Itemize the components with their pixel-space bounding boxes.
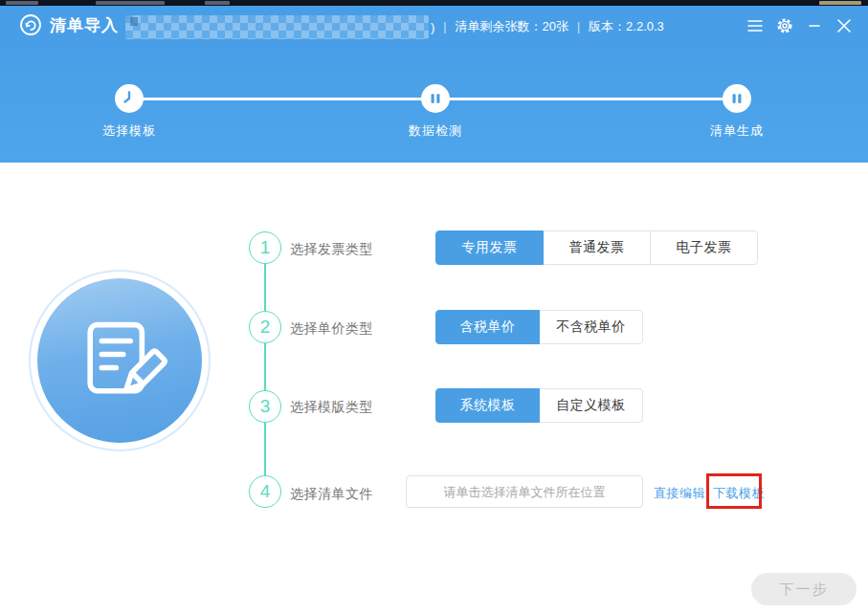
option-custom-template[interactable]: 自定义模板 [539, 388, 643, 423]
document-pencil-icon [66, 307, 173, 414]
step-number-1: 1 [249, 231, 281, 264]
background-text-fragment [96, 1, 165, 5]
stepper-step-2-pause-icon [421, 84, 450, 113]
stepper-step-1-clock-icon [115, 84, 144, 113]
option-tax-included-price[interactable]: 含税单价 [435, 310, 540, 344]
stepper-label-data-check: 数据检测 [378, 122, 493, 140]
app-title: 清单导入 [50, 14, 119, 36]
app-logo-refresh-icon [19, 13, 42, 36]
stepper-label-select-template: 选择模板 [72, 122, 187, 140]
download-template-link[interactable]: 下载模板 [713, 485, 765, 502]
list-file-input[interactable] [406, 475, 643, 508]
separator: | [443, 20, 446, 33]
step-number-3: 3 [249, 390, 281, 423]
option-tax-excluded-price[interactable]: 不含税单价 [539, 310, 643, 344]
background-text-fragment [205, 1, 230, 5]
step-connector [264, 264, 266, 311]
template-type-options: 系统模板 自定义模板 [435, 388, 643, 423]
step-number-4: 4 [249, 475, 281, 508]
option-system-template[interactable]: 系统模板 [435, 388, 540, 423]
background-text-fragment [819, 1, 861, 5]
option-electronic-invoice[interactable]: 电子发票 [650, 230, 758, 265]
direct-edit-link[interactable]: 直接编辑 [654, 485, 705, 502]
titlebar: 清单导入 ) | 清单剩余张数：20张 | 版本：2.2.0.3 [0, 6, 868, 44]
invoice-type-label: 选择发票类型 [290, 241, 414, 258]
price-type-label: 选择单价类型 [290, 320, 414, 338]
redacted-ink-fragment [130, 17, 138, 26]
minimize-icon[interactable] [804, 15, 825, 36]
header: 清单导入 ) | 清单剩余张数：20张 | 版本：2.2.0.3 [0, 6, 868, 163]
invoice-type-options: 专用发票 普通发票 电子发票 [435, 230, 758, 265]
document-edit-illustration [37, 278, 202, 443]
titlebar-info: ) | 清单剩余张数：20张 | 版本：2.2.0.3 [431, 18, 664, 35]
price-type-options: 含税单价 不含税单价 [435, 310, 643, 344]
template-type-label: 选择模版类型 [290, 399, 414, 416]
remaining-count: 清单剩余张数：20张 [455, 18, 568, 35]
background-text-fragment [6, 1, 38, 5]
redacted-account-name [125, 15, 429, 39]
next-step-button[interactable]: 下一步 [751, 573, 857, 605]
step-connector [264, 343, 266, 390]
version-label: 版本：2.2.0.3 [589, 18, 664, 35]
option-normal-invoice[interactable]: 普通发票 [543, 230, 651, 265]
list-import-window: 清单导入 ) | 清单剩余张数：20张 | 版本：2.2.0.3 [0, 0, 868, 614]
stepper-label-list-generate: 清单生成 [679, 122, 794, 140]
redacted-suffix: ) [431, 20, 434, 34]
settings-gear-icon[interactable] [774, 15, 795, 36]
option-special-invoice[interactable]: 专用发票 [435, 230, 544, 265]
step-number-2: 2 [249, 311, 281, 343]
menu-icon[interactable] [745, 15, 766, 36]
step-connector [264, 423, 266, 475]
window-controls [745, 15, 855, 36]
close-icon[interactable] [834, 15, 855, 36]
stepper-step-3-pause-icon [723, 84, 751, 113]
list-file-label: 选择清单文件 [290, 486, 414, 503]
separator: | [577, 20, 580, 33]
